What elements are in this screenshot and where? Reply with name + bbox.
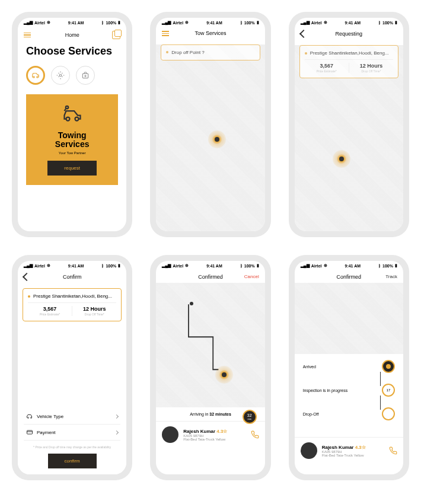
step-arrived: Arrived — [303, 360, 395, 373]
route-line — [156, 283, 264, 407]
map[interactable] — [156, 283, 264, 407]
phone-frame: ▂▄▆Airtel⊜ 9:41 AM ᛒ100%▮ Tow Services D… — [150, 12, 270, 237]
battery: 100% — [106, 264, 116, 268]
step-dropoff: Drop-Off — [303, 407, 395, 420]
phone-frame: ▂▄▆Airtel⊜ 9:41 AM ᛒ100%▮ Home Choose Se… — [12, 12, 132, 237]
screen-confirmed-track: ▂▄▆Airtel⊜ 9:41 AM ᛒ100%▮ Confirmed Trac… — [295, 261, 403, 474]
svg-point-5 — [75, 117, 78, 121]
svg-point-4 — [66, 117, 69, 121]
confirm-button[interactable]: confirm — [48, 454, 97, 468]
battery: 100% — [106, 21, 116, 25]
map[interactable] — [295, 283, 403, 354]
step-timer-icon: 17 — [382, 384, 395, 397]
page-title: Home — [65, 32, 79, 38]
cancel-button[interactable]: Cancel — [244, 274, 259, 279]
map[interactable]: Drop off Point ? — [156, 44, 264, 232]
car-icon — [26, 413, 33, 420]
map[interactable]: Prestige Shantiniketan,Hoodi, Beng... 3,… — [295, 45, 403, 231]
time-value: 12 Hours — [349, 63, 393, 69]
signal-icon: ▂▄▆ — [162, 263, 171, 268]
card-icon — [26, 429, 33, 436]
time-label: Drop Off Time* — [349, 69, 393, 73]
svg-rect-9 — [27, 430, 33, 434]
svg-point-7 — [28, 417, 29, 419]
location-dot-icon — [28, 295, 30, 298]
svg-point-6 — [65, 106, 68, 109]
header: Confirm — [18, 270, 126, 283]
status-bar: ▂▄▆Airtel⊜ 9:41 AM ᛒ100%▮ — [156, 261, 264, 270]
back-icon[interactable] — [23, 273, 31, 281]
eta: 32 minutes — [209, 412, 231, 416]
battery: 100% — [244, 264, 255, 268]
dropoff-input[interactable]: Drop off Point ? — [161, 44, 260, 60]
step-inspection: Inspection is in progress 17 — [303, 384, 395, 397]
bluetooth-icon: ᛒ — [378, 264, 381, 268]
summary-card: Prestige Shantiniketan,Hoodi, Beng... 3,… — [23, 288, 122, 321]
status-bar: ▂▄▆Airtel⊜ 9:41 AM ᛒ100%▮ — [295, 261, 403, 270]
copy-icon[interactable] — [112, 31, 120, 39]
address: Prestige Shantiniketan,Hoodi, Beng... — [310, 50, 389, 56]
address: Prestige Shantiniketan,Hoodi, Beng... — [33, 294, 112, 299]
signal-icon: ▂▄▆ — [24, 20, 33, 25]
bluetooth-icon: ᛒ — [101, 264, 104, 268]
price-label: Price Estimate* — [305, 69, 349, 73]
chevron-right-icon — [114, 430, 119, 434]
header: Tow Services — [156, 27, 264, 40]
driver-vehicle: Flat-Bed Tata-Truck Yellow — [183, 438, 245, 441]
menu-icon[interactable] — [162, 31, 169, 36]
bluetooth-icon: ᛒ — [240, 264, 243, 268]
battery-icon: ▮ — [118, 20, 120, 25]
status-bar: ▂▄▆Airtel⊜ 9:41 AM ᛒ100%▮ — [18, 261, 126, 270]
service-title: Towing Services — [36, 131, 109, 149]
menu-icon[interactable] — [24, 33, 31, 38]
driver-name: Rajesh Kumar 4.3☆ — [322, 445, 384, 450]
status-bar: ▂▄▆Airtel⊜ 9:41 AM ᛒ100%▮ — [18, 18, 126, 27]
screen-tow-services: ▂▄▆Airtel⊜ 9:41 AM ᛒ100%▮ Tow Services D… — [156, 18, 264, 231]
vehicle-type-option[interactable]: Vehicle Type — [24, 409, 120, 425]
driver-rating: 4.3☆ — [216, 429, 227, 434]
battery: 100% — [382, 21, 393, 25]
request-card: Prestige Shantiniketan,Hoodi, Beng... 3,… — [299, 45, 398, 78]
clock: 9:41 AM — [68, 264, 84, 268]
wifi-icon: ⊜ — [47, 263, 50, 268]
tow-icon[interactable] — [26, 66, 45, 85]
header: Confirmed Track — [295, 270, 403, 283]
page-title: Confirmed — [337, 274, 362, 280]
carrier: Airtel — [34, 21, 45, 25]
battery: 100% — [382, 264, 393, 268]
gear-icon[interactable] — [51, 66, 70, 85]
clock: 9:41 AM — [345, 264, 361, 268]
svg-point-0 — [33, 76, 34, 78]
dropoff-placeholder: Drop off Point ? — [171, 50, 204, 55]
arriving-label: Arriving in — [190, 412, 208, 416]
signal-icon: ▂▄▆ — [162, 20, 171, 25]
carrier: Airtel — [311, 264, 322, 268]
service-subtitle: Your Tow Partner — [36, 151, 109, 155]
heading: Choose Services — [18, 43, 126, 60]
medkit-icon[interactable] — [76, 66, 95, 85]
signal-icon: ▂▄▆ — [24, 263, 33, 268]
payment-option[interactable]: Payment — [24, 425, 120, 441]
map-pin — [333, 150, 350, 168]
request-button[interactable]: request — [47, 161, 97, 176]
battery-icon: ▮ — [395, 20, 397, 25]
clock: 9:41 AM — [206, 21, 222, 25]
signal-icon: ▂▄▆ — [301, 263, 310, 268]
call-icon[interactable] — [389, 446, 397, 455]
clock: 9:41 AM — [68, 21, 84, 25]
wifi-icon: ⊜ — [185, 20, 189, 25]
timeline: Arrived Inspection is in progress 17 Dro… — [295, 354, 403, 437]
clock: 9:41 AM — [345, 21, 361, 25]
driver-name: Rajesh Kumar 4.3☆ — [183, 429, 245, 434]
page-title: Confirmed — [198, 274, 223, 280]
track-button[interactable]: Track — [385, 274, 397, 279]
bluetooth-icon: ᛒ — [101, 21, 104, 25]
call-icon[interactable] — [251, 430, 259, 439]
bottom-panel: Vehicle Type Payment * Price and Drop of… — [18, 403, 126, 474]
screen-home: ▂▄▆Airtel⊜ 9:41 AM ᛒ100%▮ Home Choose Se… — [18, 18, 126, 231]
arriving-bar: Arriving in 32 minutes 32min — [156, 407, 264, 421]
driver-rating: 4.3☆ — [355, 445, 366, 450]
service-card: Towing Services Your Tow Partner request — [26, 94, 118, 185]
payment-label: Payment — [37, 430, 56, 435]
back-icon[interactable] — [299, 30, 308, 38]
